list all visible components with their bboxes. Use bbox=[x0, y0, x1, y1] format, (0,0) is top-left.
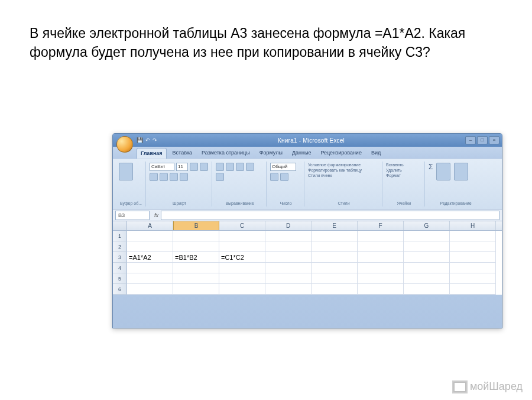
cell-d4[interactable] bbox=[265, 263, 312, 273]
row-header[interactable]: 6 bbox=[113, 284, 127, 295]
redo-icon[interactable]: ↷ bbox=[153, 137, 157, 143]
align-center-icon[interactable] bbox=[226, 163, 234, 171]
merge-icon[interactable] bbox=[216, 173, 224, 181]
cell-c2[interactable] bbox=[219, 241, 265, 252]
font-name-box[interactable]: Calibri bbox=[150, 163, 174, 171]
sort-icon[interactable] bbox=[436, 163, 450, 180]
italic-icon[interactable] bbox=[200, 163, 208, 171]
styles-cond-format[interactable]: Условное форматирование bbox=[308, 163, 361, 167]
cell-b6[interactable] bbox=[173, 284, 219, 295]
cell-h5[interactable] bbox=[450, 273, 496, 284]
col-header-b[interactable]: B bbox=[173, 221, 219, 230]
cell-b1[interactable] bbox=[173, 231, 219, 241]
row-header[interactable]: 3 bbox=[113, 252, 127, 263]
cell-f2[interactable] bbox=[358, 241, 404, 252]
cell-e5[interactable] bbox=[312, 273, 358, 284]
cell-f5[interactable] bbox=[358, 273, 404, 284]
row-header[interactable]: 5 bbox=[113, 273, 127, 284]
cell-a2[interactable] bbox=[127, 241, 173, 252]
styles-cell-styles[interactable]: Стили ячеек bbox=[308, 173, 332, 178]
tab-layout[interactable]: Разметка страницы bbox=[198, 148, 254, 159]
cell-g6[interactable] bbox=[404, 284, 450, 295]
font-color-icon[interactable] bbox=[180, 173, 188, 181]
cells-format[interactable]: Формат bbox=[386, 173, 401, 178]
cell-d6[interactable] bbox=[265, 284, 312, 295]
cell-f3[interactable] bbox=[358, 252, 404, 263]
minimize-button[interactable]: – bbox=[465, 136, 476, 144]
cell-c5[interactable] bbox=[219, 273, 265, 284]
border-icon[interactable] bbox=[160, 173, 168, 181]
align-left-icon[interactable] bbox=[216, 163, 224, 171]
wrap-icon[interactable] bbox=[246, 163, 254, 171]
row-header[interactable]: 1 bbox=[113, 231, 127, 241]
cell-d3[interactable] bbox=[265, 252, 312, 263]
row-header[interactable]: 2 bbox=[113, 241, 127, 252]
cell-h2[interactable] bbox=[450, 241, 496, 252]
tab-insert[interactable]: Вставка bbox=[169, 148, 196, 159]
col-header-a[interactable]: A bbox=[127, 221, 173, 230]
cell-f6[interactable] bbox=[358, 284, 404, 295]
row-header[interactable]: 4 bbox=[113, 263, 127, 273]
cell-h6[interactable] bbox=[450, 284, 496, 295]
cell-b2[interactable] bbox=[173, 241, 219, 252]
cell-f1[interactable] bbox=[358, 231, 404, 241]
cell-g1[interactable] bbox=[404, 231, 450, 241]
tab-view[interactable]: Вид bbox=[368, 148, 384, 159]
col-header-d[interactable]: D bbox=[265, 221, 312, 230]
cell-h3[interactable] bbox=[450, 252, 496, 263]
col-header-g[interactable]: G bbox=[404, 221, 450, 230]
cell-a1[interactable] bbox=[127, 231, 173, 241]
cell-c1[interactable] bbox=[219, 231, 265, 241]
bold-icon[interactable] bbox=[190, 163, 198, 171]
col-header-f[interactable]: F bbox=[358, 221, 404, 230]
cells-insert[interactable]: Вставить bbox=[386, 163, 404, 167]
save-icon[interactable]: 💾 bbox=[137, 137, 143, 143]
cell-d5[interactable] bbox=[265, 273, 312, 284]
cell-g4[interactable] bbox=[404, 263, 450, 273]
align-right-icon[interactable] bbox=[236, 163, 244, 171]
tab-home[interactable]: Главная bbox=[137, 148, 167, 159]
autosum-icon[interactable]: Σ bbox=[429, 163, 433, 171]
cell-f4[interactable] bbox=[358, 263, 404, 273]
styles-as-table[interactable]: Форматировать как таблицу bbox=[308, 168, 362, 172]
number-format-box[interactable]: Общий bbox=[270, 163, 296, 171]
currency-icon[interactable] bbox=[270, 173, 278, 181]
cell-c6[interactable] bbox=[219, 284, 265, 295]
cell-h1[interactable] bbox=[450, 231, 496, 241]
cell-c4[interactable] bbox=[219, 263, 265, 273]
cell-e2[interactable] bbox=[312, 241, 358, 252]
cell-e3[interactable] bbox=[312, 252, 358, 263]
paste-icon[interactable] bbox=[119, 163, 133, 180]
fill-icon[interactable] bbox=[170, 173, 178, 181]
name-box[interactable]: B3 bbox=[115, 211, 150, 220]
cells-delete[interactable]: Удалить bbox=[386, 168, 402, 172]
cell-b4[interactable] bbox=[173, 263, 219, 273]
col-header-c[interactable]: C bbox=[219, 221, 265, 230]
tab-formulas[interactable]: Формулы bbox=[256, 148, 286, 159]
cell-b3[interactable]: =B1*B2 bbox=[173, 252, 219, 263]
col-header-h[interactable]: H bbox=[450, 221, 496, 230]
cell-a6[interactable] bbox=[127, 284, 173, 295]
cell-a5[interactable] bbox=[127, 273, 173, 284]
cell-e4[interactable] bbox=[312, 263, 358, 273]
underline-icon[interactable] bbox=[150, 173, 158, 181]
find-icon[interactable] bbox=[454, 163, 468, 180]
cell-e6[interactable] bbox=[312, 284, 358, 295]
fx-icon[interactable]: fx bbox=[154, 212, 158, 218]
cell-g3[interactable] bbox=[404, 252, 450, 263]
cell-d2[interactable] bbox=[265, 241, 312, 252]
col-header-e[interactable]: E bbox=[312, 221, 358, 230]
close-button[interactable]: × bbox=[489, 136, 499, 144]
cell-g5[interactable] bbox=[404, 273, 450, 284]
cell-g2[interactable] bbox=[404, 241, 450, 252]
undo-icon[interactable]: ↶ bbox=[145, 137, 150, 143]
maximize-button[interactable]: □ bbox=[477, 136, 488, 144]
cell-d1[interactable] bbox=[265, 231, 312, 241]
tab-review[interactable]: Рецензирование bbox=[317, 148, 365, 159]
cell-c3[interactable]: =C1*C2 bbox=[219, 252, 265, 263]
cell-e1[interactable] bbox=[312, 231, 358, 241]
select-all-corner[interactable] bbox=[113, 221, 127, 230]
percent-icon[interactable] bbox=[280, 173, 288, 181]
cell-h4[interactable] bbox=[450, 263, 496, 273]
formula-input[interactable] bbox=[161, 211, 499, 220]
